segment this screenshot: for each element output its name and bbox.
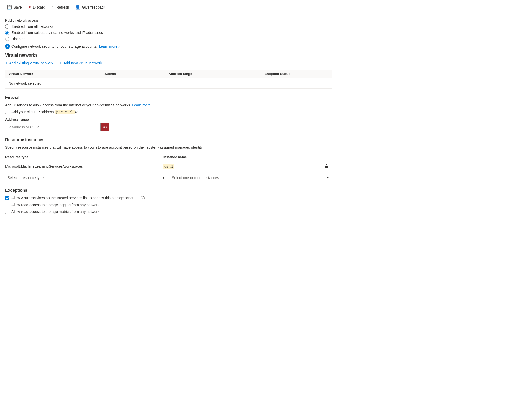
exception-item-2: Allow read access to storage metrics fro… [5,210,332,214]
exception-label-0: Allow Azure services on the trusted serv… [11,196,145,200]
client-ip-checkbox-row: Add your client IP address (**.**.**.**)… [5,110,332,114]
delete-instance-button[interactable]: 🗑 [321,164,332,169]
col-resource-type: Resource type [5,155,163,159]
info-row: i Configure network security for your st… [5,44,332,49]
client-ip-value: (**.**.**.**) [55,110,74,114]
instance-chevron: ▼ [326,176,330,180]
instance-name-dropdown[interactable]: Select one or more instances ▼ [170,174,332,182]
exception-label-2: Allow read access to storage metrics fro… [11,210,99,214]
resource-type-dropdown[interactable]: Select a resource type ▼ [5,174,167,182]
col-address-range: Address range [169,72,264,76]
radio-all-networks-input[interactable] [5,24,9,29]
address-range-input-row: ••• [5,123,109,131]
firewall-section: Firewall Add IP ranges to allow access f… [5,95,332,131]
public-network-section: Public network access Enabled from all n… [5,18,332,49]
discard-button[interactable]: ✕ Discard [25,3,48,11]
firewall-learn-more-link[interactable]: Learn more. [132,103,151,107]
save-icon: 💾 [7,5,12,10]
toolbar: 💾 Save ✕ Discard ↻ Refresh 👤 Give feedba… [0,0,532,14]
exception-checkbox-2[interactable] [5,210,9,214]
instance-name-highlighted: gs...1 [163,164,174,169]
ip-cidr-input[interactable] [5,123,101,131]
feedback-icon: 👤 [75,5,80,10]
exception-checkbox-1[interactable] [5,203,9,207]
public-network-radio-group: Enabled from all networks Enabled from s… [5,24,332,41]
exception-label-1: Allow read access to storage logging fro… [11,203,99,207]
exception-checkbox-0[interactable] [5,196,9,200]
radio-all-networks[interactable]: Enabled from all networks [5,24,332,29]
radio-disabled-input[interactable] [5,37,9,41]
resource-type-value: Microsoft.MachineLearningServices/worksp… [5,164,163,168]
col-endpoint-status: Endpoint Status [264,72,328,76]
refresh-button[interactable]: ↻ Refresh [49,3,72,11]
info-icon: i [5,44,10,49]
resource-dropdown-row: Select a resource type ▼ Select one or m… [5,174,332,182]
virtual-networks-title: Virtual networks [5,53,332,58]
instance-name-value: gs...1 [163,164,321,168]
exceptions-title: Exceptions [5,188,332,193]
feedback-button[interactable]: 👤 Give feedback [73,3,108,11]
refresh-ip-icon[interactable]: ↻ [75,110,78,114]
exception-item-1: Allow read access to storage logging fro… [5,203,332,207]
address-range-field: Address range ••• [5,118,332,131]
virtual-networks-table: Virtual Network Subnet Address range End… [5,70,332,89]
table-empty-row: No network selected. [5,78,332,89]
resource-table: Resource type Instance name Microsoft.Ma… [5,153,332,182]
virtual-networks-section: Virtual networks + Add existing virtual … [5,53,332,89]
col-virtual-network: Virtual Network [9,72,104,76]
ip-action-button[interactable]: ••• [101,123,109,131]
refresh-icon: ↻ [51,5,55,10]
add-links-row: + Add existing virtual network + Add new… [5,61,332,65]
radio-selected-networks-input[interactable] [5,31,9,35]
firewall-description: Add IP ranges to allow access from the i… [5,103,332,107]
client-ip-checkbox[interactable] [5,110,9,114]
save-button[interactable]: 💾 Save [4,3,24,11]
resource-instances-title: Resource instances [5,138,332,142]
firewall-title: Firewall [5,95,332,100]
plus-icon-new: + [60,61,62,65]
plus-icon-existing: + [5,61,8,65]
radio-disabled[interactable]: Disabled [5,37,332,41]
radio-selected-networks[interactable]: Enabled from selected virtual networks a… [5,31,332,35]
resource-instances-desc: Specify resource instances that will hav… [5,145,332,149]
col-subnet: Subnet [104,72,169,76]
public-network-label: Public network access [5,18,332,22]
table-row: Microsoft.MachineLearningServices/worksp… [5,161,332,171]
resource-type-chevron: ▼ [162,176,165,180]
col-actions [321,155,332,159]
learn-more-link[interactable]: Learn more [99,44,121,49]
exception-item-0: Allow Azure services on the trusted serv… [5,196,332,200]
exception-info-icon-0[interactable]: i [141,196,145,200]
address-range-label: Address range [5,118,332,121]
resource-instances-section: Resource instances Specify resource inst… [5,138,332,182]
add-new-link[interactable]: + Add new virtual network [60,61,102,65]
exceptions-section: Exceptions Allow Azure services on the t… [5,188,332,214]
discard-icon: ✕ [28,5,31,10]
col-instance-name: Instance name [163,155,321,159]
add-existing-link[interactable]: + Add existing virtual network [5,61,53,65]
resource-table-header: Resource type Instance name [5,153,332,161]
table-header: Virtual Network Subnet Address range End… [5,70,332,78]
client-ip-label: Add your client IP address (**.**.**.**)… [11,110,78,114]
ellipsis-icon: ••• [103,125,107,129]
